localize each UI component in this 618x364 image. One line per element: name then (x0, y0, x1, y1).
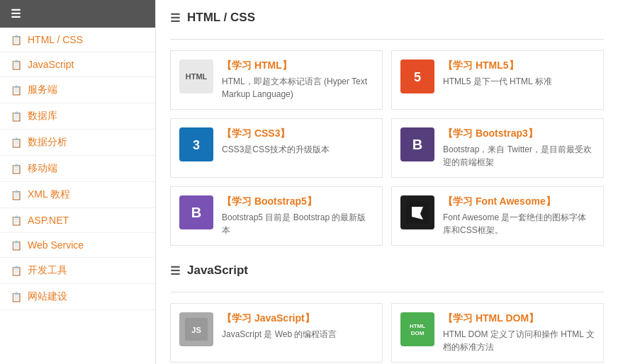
card-bootstrap3[interactable]: B 【学习 Bootstrap3】 Bootstrap，来自 Twitter，是… (391, 118, 604, 178)
html5-icon: 5 (400, 59, 434, 93)
external-icon: 📋 (11, 85, 22, 96)
section-html-css: ☰HTML / CSS HTML 【学习 HTML】 HTML，即超文本标记语言… (170, 11, 604, 246)
card-desc-bootstrap3: Bootstrap，来自 Twitter，是目前最受欢迎的前端框架 (443, 143, 595, 169)
card-body-bootstrap5: 【学习 Bootstrap5】 Bootstrap5 目前是 Bootstrap… (222, 195, 373, 237)
card-html5[interactable]: 5 【学习 HTML5】 HTML5 是下一代 HTML 标准 (391, 50, 604, 110)
external-icon: 📋 (11, 215, 22, 226)
svg-text:B: B (412, 137, 422, 152)
card-title-css3: 【学习 CSS3】 (222, 127, 373, 140)
sidebar-item-label: 移动端 (28, 162, 57, 175)
card-body-javascript: 【学习 JavaScript】 JavaScript 是 Web 的编程语言 (222, 312, 373, 341)
svg-text:5: 5 (414, 70, 421, 84)
card-desc-html5: HTML5 是下一代 HTML 标准 (443, 75, 595, 88)
list-icon: ☰ (11, 7, 21, 21)
svg-text:HTML: HTML (410, 323, 425, 329)
main-content: ☰HTML / CSS HTML 【学习 HTML】 HTML，即超文本标记语言… (156, 0, 618, 364)
svg-text:B: B (191, 205, 201, 220)
section-title-text: HTML / CSS (187, 11, 255, 25)
htmldom-icon: HTMLDOM (400, 312, 434, 346)
card-bootstrap5[interactable]: B 【学习 Bootstrap5】 Bootstrap5 目前是 Bootstr… (170, 186, 383, 246)
card-desc-htmldom: HTML DOM 定义了访问和操作 HTML 文档的标准方法 (443, 328, 595, 353)
card-title-bootstrap3: 【学习 Bootstrap3】 (443, 127, 595, 140)
sidebar-item-0[interactable]: 📋HTML / CSS (0, 28, 155, 52)
card-desc-html: HTML，即超文本标记语言 (Hyper Text Markup Languag… (222, 75, 373, 101)
sidebar-item-4[interactable]: 📋数据分析 (0, 130, 155, 156)
card-desc-javascript: JavaScript 是 Web 的编程语言 (222, 328, 373, 341)
sidebar-item-label: HTML / CSS (28, 34, 83, 45)
sidebar-item-label: 数据分析 (28, 136, 67, 149)
section-title-javascript: ☰JavaScript (170, 263, 604, 281)
sidebar-item-7[interactable]: 📋ASP.NET (0, 208, 155, 233)
sidebar-item-5[interactable]: 📋移动端 (0, 156, 155, 182)
external-icon: 📋 (11, 35, 22, 45)
sidebar-item-label: Web Service (28, 239, 84, 251)
card-desc-fontawesome: Font Awesome 是一套绝佳的图标字体库和CSS框架。 (443, 211, 595, 237)
section-divider (170, 292, 604, 292)
card-body-html: 【学习 HTML】 HTML，即超文本标记语言 (Hyper Text Mark… (222, 59, 373, 101)
svg-text:JS: JS (191, 326, 201, 334)
svg-text:DOM: DOM (411, 330, 425, 336)
sidebar-item-label: 网站建设 (28, 290, 67, 303)
sidebar: ☰ 📋HTML / CSS📋JavaScript📋服务端📋数据库📋数据分析📋移动… (0, 0, 156, 364)
sidebar-items: 📋HTML / CSS📋JavaScript📋服务端📋数据库📋数据分析📋移动端📋… (0, 28, 155, 310)
card-body-fontawesome: 【学习 Font Awesome】 Font Awesome 是一套绝佳的图标字… (443, 195, 595, 237)
external-icon: 📋 (11, 292, 22, 302)
card-title-html: 【学习 HTML】 (222, 59, 373, 72)
sidebar-item-8[interactable]: 📋Web Service (0, 233, 155, 258)
card-body-bootstrap3: 【学习 Bootstrap3】 Bootstrap，来自 Twitter，是目前… (443, 127, 595, 169)
sections-container: ☰HTML / CSS HTML 【学习 HTML】 HTML，即超文本标记语言… (170, 11, 604, 363)
card-title-javascript: 【学习 JavaScript】 (222, 312, 373, 325)
bootstrap3-icon: B (400, 127, 434, 161)
external-icon: 📋 (11, 59, 22, 70)
card-htmldom[interactable]: HTMLDOM 【学习 HTML DOM】 HTML DOM 定义了访问和操作 … (391, 303, 604, 363)
sidebar-item-6[interactable]: 📋XML 教程 (0, 182, 155, 208)
external-icon: 📋 (11, 190, 22, 200)
card-desc-bootstrap5: Bootstrap5 目前是 Bootstrap 的最新版本 (222, 211, 373, 237)
card-title-fontawesome: 【学习 Font Awesome】 (443, 195, 595, 208)
sidebar-header: ☰ (0, 0, 155, 28)
svg-rect-12 (406, 318, 429, 341)
bootstrap5-icon: B (179, 195, 213, 229)
cards-grid-javascript: JS 【学习 JavaScript】 JavaScript 是 Web 的编程语… (170, 303, 604, 363)
section-title-html-css: ☰HTML / CSS (170, 11, 604, 28)
svg-text:3: 3 (193, 138, 200, 152)
sidebar-item-9[interactable]: 📋开发工具 (0, 258, 155, 284)
external-icon: 📋 (11, 164, 22, 174)
sidebar-item-3[interactable]: 📋数据库 (0, 103, 155, 130)
card-desc-css3: CSS3是CSS技术的升级版本 (222, 143, 373, 156)
section-list-icon: ☰ (170, 264, 180, 278)
cards-grid-html-css: HTML 【学习 HTML】 HTML，即超文本标记语言 (Hyper Text… (170, 50, 604, 246)
card-body-css3: 【学习 CSS3】 CSS3是CSS技术的升级版本 (222, 127, 373, 156)
sidebar-item-label: 数据库 (28, 110, 57, 123)
external-icon: 📋 (11, 266, 22, 276)
card-javascript[interactable]: JS 【学习 JavaScript】 JavaScript 是 Web 的编程语… (170, 303, 383, 363)
card-css3[interactable]: 3 【学习 CSS3】 CSS3是CSS技术的升级版本 (170, 118, 383, 178)
section-divider (170, 39, 604, 40)
card-body-html5: 【学习 HTML5】 HTML5 是下一代 HTML 标准 (443, 59, 595, 88)
section-list-icon: ☰ (170, 11, 180, 25)
sidebar-item-1[interactable]: 📋JavaScript (0, 52, 155, 77)
section-title-text: JavaScript (187, 263, 248, 278)
card-body-htmldom: 【学习 HTML DOM】 HTML DOM 定义了访问和操作 HTML 文档的… (443, 312, 595, 353)
external-icon: 📋 (11, 137, 22, 148)
external-icon: 📋 (11, 240, 22, 251)
sidebar-item-label: JavaScript (28, 59, 74, 70)
card-html[interactable]: HTML 【学习 HTML】 HTML，即超文本标记语言 (Hyper Text… (170, 50, 383, 110)
sidebar-item-10[interactable]: 📋网站建设 (0, 284, 155, 310)
html-icon: HTML (179, 59, 213, 93)
sidebar-item-label: 开发工具 (28, 264, 67, 277)
sidebar-item-label: 服务端 (28, 84, 57, 96)
section-javascript: ☰JavaScript JS 【学习 JavaScript】 JavaScrip… (170, 263, 604, 363)
card-fontawesome[interactable]: 【学习 Font Awesome】 Font Awesome 是一套绝佳的图标字… (391, 186, 604, 246)
fontawesome-icon (400, 195, 434, 229)
external-icon: 📋 (11, 111, 22, 122)
css3-icon: 3 (179, 127, 213, 161)
sidebar-item-2[interactable]: 📋服务端 (0, 77, 155, 103)
sidebar-item-label: XML 教程 (28, 188, 70, 201)
js-icon: JS (179, 312, 213, 346)
card-title-bootstrap5: 【学习 Bootstrap5】 (222, 195, 373, 208)
card-title-htmldom: 【学习 HTML DOM】 (443, 312, 595, 325)
card-title-html5: 【学习 HTML5】 (443, 59, 595, 72)
sidebar-item-label: ASP.NET (28, 215, 69, 226)
